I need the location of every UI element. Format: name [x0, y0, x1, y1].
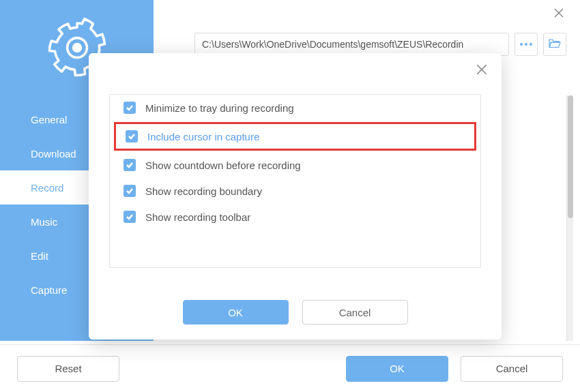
sidebar-item-label: General	[31, 114, 67, 125]
close-icon	[476, 63, 488, 78]
checkbox-checked-icon[interactable]	[124, 159, 136, 171]
option-label: Minimize to tray during recording	[145, 102, 294, 114]
folder-open-icon	[548, 37, 562, 51]
svg-point-1	[72, 43, 81, 52]
checkbox-checked-icon[interactable]	[124, 211, 136, 223]
reset-button[interactable]: Reset	[17, 356, 119, 382]
cancel-button[interactable]: Cancel	[461, 356, 563, 382]
option-show-countdown[interactable]: Show countdown before recording	[110, 152, 480, 178]
path-more-button[interactable]	[514, 33, 538, 56]
scrollbar[interactable]	[566, 95, 573, 341]
app-window: General Download Record Music Edit Captu…	[0, 0, 580, 392]
sidebar-item-label: Record	[31, 182, 63, 194]
bottom-right-group: OK Cancel	[346, 356, 563, 382]
options-box: Minimize to tray during recording Includ…	[109, 94, 481, 268]
output-path-row: C:\Users\Work\OneDrive\Documents\gemsoft…	[194, 33, 566, 56]
record-options-modal: Minimize to tray during recording Includ…	[89, 53, 502, 340]
close-icon	[553, 7, 564, 21]
browse-folder-button[interactable]	[543, 33, 566, 56]
scrollbar-thumb[interactable]	[568, 95, 573, 218]
option-label: Show countdown before recording	[145, 160, 301, 171]
option-show-toolbar[interactable]: Show recording toolbar	[110, 204, 480, 230]
checkbox-checked-icon[interactable]	[124, 185, 136, 197]
ellipsis-icon	[520, 43, 532, 46]
sidebar-item-label: Download	[31, 148, 76, 160]
option-label: Include cursor in capture	[147, 131, 259, 142]
modal-cancel-button[interactable]: Cancel	[302, 300, 408, 325]
modal-button-row: OK Cancel	[89, 300, 502, 325]
checkbox-checked-icon[interactable]	[126, 130, 138, 142]
bottom-bar: Reset OK Cancel	[0, 344, 580, 392]
option-show-boundary[interactable]: Show recording boundary	[110, 178, 480, 204]
sidebar-item-label: Capture	[31, 284, 67, 296]
output-path-input[interactable]: C:\Users\Work\OneDrive\Documents\gemsoft…	[194, 33, 509, 56]
option-label: Show recording toolbar	[145, 211, 250, 223]
ok-button[interactable]: OK	[346, 356, 448, 382]
sidebar-item-label: Edit	[31, 250, 48, 262]
option-minimize-to-tray[interactable]: Minimize to tray during recording	[110, 95, 480, 121]
option-label: Show recording boundary	[145, 185, 262, 197]
modal-ok-button[interactable]: OK	[183, 300, 289, 325]
option-include-cursor[interactable]: Include cursor in capture	[114, 122, 476, 151]
sidebar-item-label: Music	[31, 216, 57, 228]
modal-close-button[interactable]	[474, 63, 489, 78]
window-close-button[interactable]	[551, 7, 566, 22]
checkbox-checked-icon[interactable]	[124, 102, 136, 114]
